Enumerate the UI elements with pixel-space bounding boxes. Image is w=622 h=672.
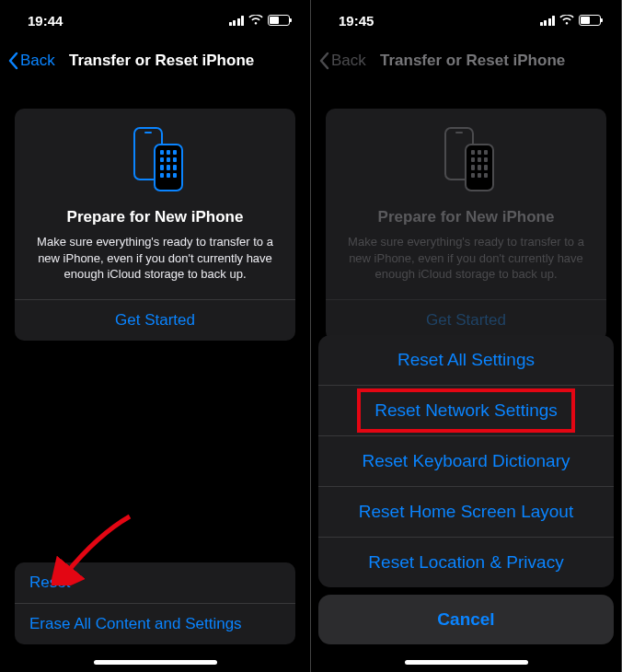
reset-button[interactable]: Reset	[15, 562, 295, 604]
cellular-icon	[540, 16, 556, 26]
card-description: Make sure everything's ready to transfer…	[28, 234, 282, 283]
prepare-card: Prepare for New iPhone Make sure everyth…	[15, 109, 295, 341]
get-started-button[interactable]: Get Started	[15, 299, 295, 341]
status-bar: 19:44 49	[0, 0, 310, 41]
status-icons: 49	[229, 15, 291, 26]
status-time: 19:45	[339, 13, 374, 29]
reset-all-settings-option[interactable]: Reset All Settings	[318, 335, 614, 386]
reset-network-settings-option[interactable]: Reset Network Settings	[318, 386, 614, 436]
back-label: Back	[331, 52, 366, 70]
prepare-card: Prepare for New iPhone Make sure everyth…	[326, 109, 606, 341]
card-description: Make sure everything's ready to transfer…	[339, 234, 593, 283]
back-button[interactable]: Back	[7, 52, 55, 70]
battery-icon: 49	[268, 15, 290, 26]
status-time: 19:44	[28, 13, 63, 29]
right-screenshot: 19:45 49 Back Transfer or Reset iPhone P…	[311, 0, 622, 672]
erase-all-button[interactable]: Erase All Content and Settings	[15, 604, 295, 644]
chevron-left-icon	[7, 52, 18, 70]
transfer-devices-icon	[439, 127, 494, 191]
reset-location-privacy-option[interactable]: Reset Location & Privacy	[318, 538, 614, 587]
transfer-devices-icon	[128, 127, 183, 191]
cancel-button[interactable]: Cancel	[318, 595, 614, 644]
annotation-highlight	[357, 388, 575, 433]
get-started-button: Get Started	[326, 299, 606, 341]
reset-action-sheet: Reset All Settings Reset Network Setting…	[311, 335, 621, 672]
wifi-icon	[248, 15, 263, 26]
cellular-icon	[229, 16, 245, 26]
chevron-left-icon	[318, 52, 329, 70]
card-title: Prepare for New iPhone	[339, 208, 593, 226]
battery-icon: 49	[579, 15, 601, 26]
home-indicator[interactable]	[94, 660, 217, 665]
reset-home-screen-option[interactable]: Reset Home Screen Layout	[318, 487, 614, 538]
left-screenshot: 19:44 49 Back Transfer or Reset iPhone P…	[0, 0, 311, 672]
back-button: Back	[318, 52, 366, 70]
reset-keyboard-dictionary-option[interactable]: Reset Keyboard Dictionary	[318, 436, 614, 487]
action-sheet-options: Reset All Settings Reset Network Setting…	[318, 335, 614, 587]
home-indicator[interactable]	[405, 660, 528, 665]
nav-title: Transfer or Reset iPhone	[69, 52, 254, 70]
back-label: Back	[20, 52, 55, 70]
reset-options-list: Reset Erase All Content and Settings	[15, 562, 295, 644]
nav-bar: Back Transfer or Reset iPhone	[311, 41, 621, 81]
wifi-icon	[559, 15, 574, 26]
status-bar: 19:45 49	[311, 0, 621, 41]
status-icons: 49	[540, 15, 602, 26]
card-title: Prepare for New iPhone	[28, 208, 282, 226]
nav-bar: Back Transfer or Reset iPhone	[0, 41, 310, 81]
nav-title: Transfer or Reset iPhone	[380, 52, 565, 70]
